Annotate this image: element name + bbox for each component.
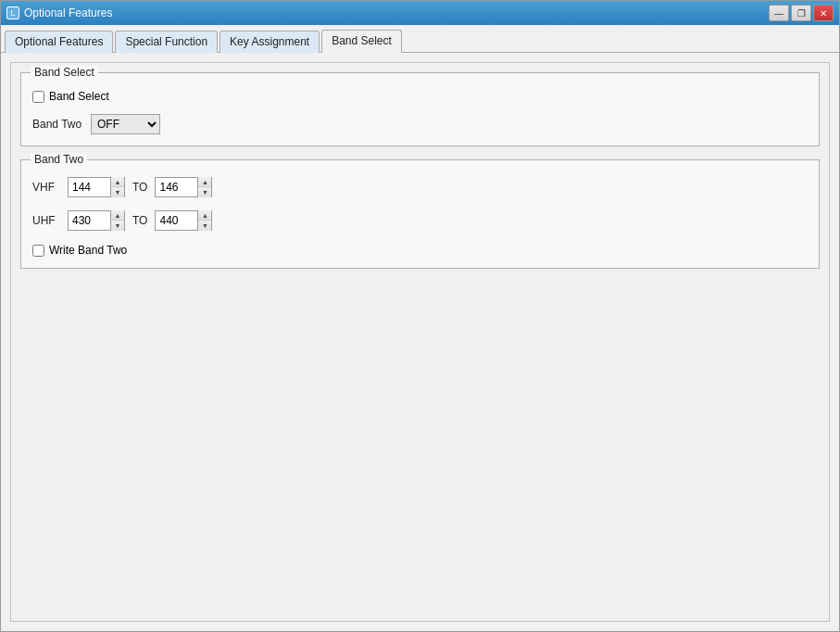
band-select-group-title: Band Select: [31, 66, 98, 79]
close-button[interactable]: ✕: [813, 5, 834, 21]
vhf-from-spin-buttons: ▲ ▼: [110, 177, 124, 197]
main-window: L Optional Features — ❐ ✕ Optional Featu…: [0, 0, 840, 632]
vhf-from-spin-up[interactable]: ▲: [111, 177, 124, 187]
band-two-label: Band Two: [32, 118, 83, 131]
band-two-group-content: VHF ▲ ▼ TO ▲: [32, 177, 808, 257]
band-select-checkbox[interactable]: [32, 91, 44, 103]
band-two-group: Band Two VHF ▲ ▼ TO: [20, 159, 820, 269]
uhf-to-label: TO: [132, 214, 147, 227]
vhf-from-input[interactable]: [69, 178, 110, 196]
uhf-from-spin-down[interactable]: ▼: [111, 221, 124, 231]
uhf-to-spin-up[interactable]: ▲: [198, 210, 211, 221]
band-select-checkbox-label: Band Select: [49, 90, 109, 103]
band-two-dropdown[interactable]: OFF ON: [91, 114, 160, 134]
band-select-group-content: Band Select Band Two OFF ON: [32, 90, 808, 134]
tab-key-assignment[interactable]: Key Assignment: [219, 31, 320, 53]
band-select-group: Band Select Band Select Band Two OFF ON: [20, 72, 820, 146]
band-two-group-title: Band Two: [31, 153, 87, 166]
vhf-to-spin-up[interactable]: ▲: [198, 177, 211, 187]
uhf-row: UHF ▲ ▼ TO ▲: [32, 210, 808, 231]
vhf-label: VHF: [32, 181, 60, 194]
tab-band-select[interactable]: Band Select: [321, 30, 402, 53]
vhf-from-spin-down[interactable]: ▼: [111, 187, 124, 197]
content-area: Band Select Band Select Band Two OFF ON: [1, 53, 839, 631]
band-two-field-row: Band Two OFF ON: [32, 114, 808, 134]
uhf-from-spin-buttons: ▲ ▼: [110, 210, 124, 231]
title-bar: L Optional Features — ❐ ✕: [1, 1, 839, 25]
band-select-checkbox-row: Band Select: [32, 90, 808, 103]
write-band-two-row: Write Band Two: [32, 244, 808, 257]
window-title: Optional Features: [24, 6, 112, 19]
uhf-to-spin-buttons: ▲ ▼: [197, 210, 211, 231]
vhf-to-spin-buttons: ▲ ▼: [197, 177, 211, 197]
vhf-row: VHF ▲ ▼ TO ▲: [32, 177, 808, 197]
write-band-two-checkbox[interactable]: [32, 245, 44, 257]
uhf-from-spin-up[interactable]: ▲: [111, 210, 124, 221]
tab-special-function[interactable]: Special Function: [115, 31, 218, 53]
main-panel: Band Select Band Select Band Two OFF ON: [10, 62, 830, 622]
title-bar-left: L Optional Features: [6, 6, 112, 19]
write-band-two-label: Write Band Two: [49, 244, 127, 257]
uhf-label: UHF: [32, 214, 60, 227]
uhf-to-input[interactable]: [156, 211, 197, 230]
uhf-from-input[interactable]: [69, 211, 110, 230]
app-icon: L: [6, 6, 19, 19]
uhf-from-spinbox: ▲ ▼: [68, 210, 125, 231]
minimize-button[interactable]: —: [769, 5, 789, 21]
uhf-to-spin-down[interactable]: ▼: [198, 221, 211, 231]
tab-optional-features[interactable]: Optional Features: [5, 31, 113, 53]
title-buttons: — ❐ ✕: [769, 5, 834, 21]
restore-button[interactable]: ❐: [791, 5, 811, 21]
tab-bar: Optional Features Special Function Key A…: [1, 25, 839, 53]
vhf-from-spinbox: ▲ ▼: [68, 177, 125, 197]
vhf-to-spin-down[interactable]: ▼: [198, 187, 211, 197]
vhf-to-spinbox: ▲ ▼: [155, 177, 212, 197]
vhf-to-input[interactable]: [156, 178, 197, 196]
vhf-to-label: TO: [132, 181, 147, 194]
uhf-to-spinbox: ▲ ▼: [155, 210, 212, 231]
